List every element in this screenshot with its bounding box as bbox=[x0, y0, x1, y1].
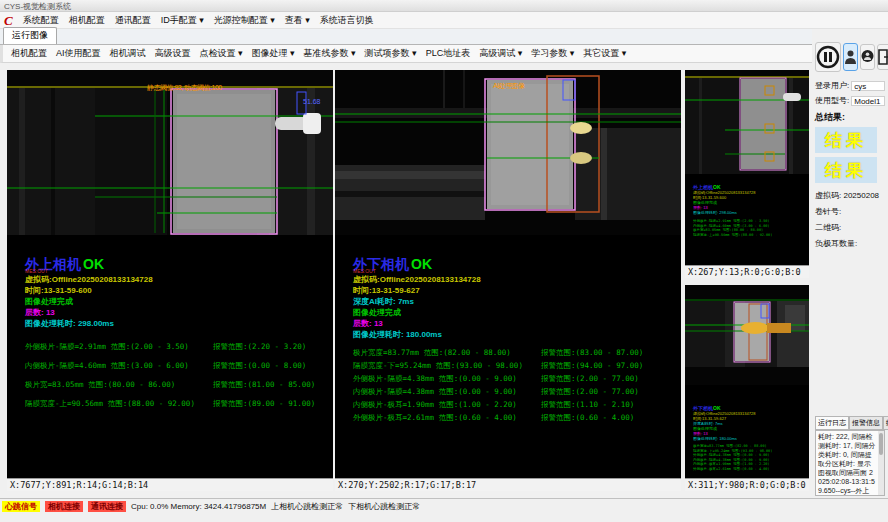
lower-virtual-code: 虚拟码:Offline20250208133134728 bbox=[353, 274, 681, 285]
lower-thumbnail-coordinate-readout: X:311;Y:980;R:0;G:0;B:0 bbox=[685, 478, 809, 491]
upper-view-coordinate-readout: X:7677;Y:891;R:14;G:14;B:14 bbox=[7, 478, 333, 491]
operator-button[interactable] bbox=[860, 44, 875, 70]
upper-thumbnail-image[interactable] bbox=[685, 70, 809, 174]
upper-measurements: 外侧极片-隔膜=2.91mm 范围:(2.00 - 3.50)报警范围:(2.2… bbox=[7, 337, 333, 413]
menu-item-camera-config[interactable]: 相机配置 bbox=[69, 14, 105, 27]
lower-thumbnail-photo bbox=[685, 285, 809, 385]
exit-door-icon bbox=[878, 49, 888, 65]
upper-process-time: 图像处理耗时: 298.00ms bbox=[25, 318, 333, 329]
cpu-memory-readout: Cpu: 0.0% Memory: 3424.41796875M bbox=[131, 501, 266, 512]
toolbar-item-advanced-settings[interactable]: 高级设置 bbox=[155, 47, 191, 60]
toolbar-item-ai-config[interactable]: AI使用配置 bbox=[56, 47, 101, 60]
pause-icon bbox=[816, 45, 840, 69]
menu-item-robot-config[interactable]: ID手配置 ▾ bbox=[161, 14, 204, 27]
log-tab-run[interactable]: 运行日志 bbox=[815, 416, 849, 430]
result-badge-upper: 结果 bbox=[815, 127, 877, 153]
toolbar-item-camera-config[interactable]: 相机配置 bbox=[11, 47, 47, 60]
comm-connection-badge: 通讯连接 bbox=[88, 501, 126, 512]
vcode-value: 20250208 bbox=[843, 191, 879, 200]
title-bar: CYS-视觉检测系统 bbox=[0, 0, 888, 12]
upper-camera-photo bbox=[7, 70, 333, 235]
tab-run-image[interactable]: 运行图像 bbox=[3, 27, 57, 44]
qr-code-label: 二维码: bbox=[815, 222, 885, 233]
log-scrollbar[interactable] bbox=[878, 431, 884, 495]
lower-measurements: 极片宽度=83.77mm 范围:(82.00 - 88.00)报警范围:(83.… bbox=[335, 346, 681, 424]
lower-process-done: 图像处理完成 bbox=[353, 307, 681, 318]
exit-button[interactable] bbox=[877, 44, 888, 70]
lower-camera-image[interactable]: AI处理图像 bbox=[335, 70, 681, 235]
threshold-overlay-text: 静态阈值:93, 动态阈值:100 bbox=[147, 83, 222, 93]
toolbar-item-learning-params[interactable]: 学习参数 ▾ bbox=[531, 47, 574, 60]
upper-camera-thumbnail-view: 外上相机OK 虚拟码:Offline20250208133134728 时间:1… bbox=[685, 70, 809, 278]
measurement-row: 内侧极片-隔膜=4.38mm 范围:(0.00 - 9.00)报警范围:(2.0… bbox=[353, 385, 681, 398]
lower-camera-view: AI处理图像 外下相机OK MES:OUT 虚拟码:Offline2025020… bbox=[335, 70, 681, 491]
operator-icon bbox=[861, 49, 874, 65]
toolbar-item-test-params[interactable]: 测试项参数 ▾ bbox=[365, 47, 417, 60]
lower-thumbnail-result: 外下相机OK 虚拟码:Offline20250208133134728 时间:1… bbox=[685, 405, 809, 471]
model-value[interactable]: Model1 bbox=[851, 96, 885, 106]
lower-view-coordinate-readout: X:270;Y:2502;R:17;G:17;B:17 bbox=[335, 478, 681, 491]
upper-camera-view: 静态阈值:93, 动态阈值:100 51.68 外上相机OK MES:OUT 虚… bbox=[7, 70, 333, 491]
heartbeat-status-badge: 心跳信号 bbox=[2, 501, 40, 512]
toolbar-item-image-processing[interactable]: 图像处理 ▾ bbox=[252, 47, 295, 60]
lower-camera-heartbeat-status: 下相机心跳检测正常 bbox=[348, 501, 420, 512]
upper-thumbnail-photo bbox=[685, 70, 809, 174]
toolbar: 相机配置 AI使用配置 相机调试 高级设置 点检设置 ▾ 图像处理 ▾ 基准线参… bbox=[0, 45, 812, 63]
upper-process-done: 图像处理完成 bbox=[25, 296, 333, 307]
log-scrollbar-thumb[interactable] bbox=[879, 433, 883, 455]
measurement-row: 内侧极片-隔膜=4.60mm 范围:(3.00 - 6.00)报警范围:(0.0… bbox=[25, 356, 333, 375]
run-log-text-area[interactable]: 耗时: 222, 间隔检测耗时: 17, 间隔分类耗时: 0, 间隔提取分区耗时… bbox=[815, 430, 885, 496]
upper-virtual-code: 虚拟码:Offline20250208133134728 bbox=[25, 274, 333, 285]
control-side-panel: 登录用户: cys 使用型号: Model1 总结果: 结果 结果 虚拟码: 2… bbox=[812, 40, 888, 498]
upper-result-block: 外上相机OK MES:OUT 虚拟码:Offline20250208133134… bbox=[7, 257, 333, 329]
measurement-row: 外侧极片-隔膜=4.38mm 范围:(0.00 - 9.00)报警范围:(2.0… bbox=[353, 372, 681, 385]
lower-time: 时间:13-31-59-627 bbox=[353, 285, 681, 296]
upper-time: 时间:13-31-59-600 bbox=[25, 285, 333, 296]
toolbar-item-other-settings[interactable]: 其它设置 ▾ bbox=[583, 47, 626, 60]
upper-camera-heartbeat-status: 上相机心跳检测正常 bbox=[271, 501, 343, 512]
toolbar-item-baseline-params[interactable]: 基准线参数 ▾ bbox=[304, 47, 356, 60]
log-tab-alarm[interactable]: 报警信息 bbox=[849, 416, 883, 430]
window-title: CYS-视觉检测系统 bbox=[4, 2, 71, 11]
toolbar-item-plc-address-table[interactable]: PLC地址表 bbox=[426, 47, 471, 60]
menu-item-language-switch[interactable]: 系统语言切换 bbox=[320, 14, 374, 27]
lower-process-time: 图像处理耗时: 180.00ms bbox=[353, 329, 681, 340]
lower-camera-thumbnail-view: 外下相机OK 虚拟码:Offline20250208133134728 时间:1… bbox=[685, 285, 809, 491]
control-buttons bbox=[815, 42, 885, 72]
app-window: CYS-视觉检测系统 C 系统配置 相机配置 通讯配置 ID手配置 ▾ 光源控制… bbox=[0, 0, 888, 522]
menu-item-system-config[interactable]: 系统配置 bbox=[23, 14, 59, 27]
lower-camera-photo bbox=[335, 70, 681, 235]
lower-layer-count: 层数: 13 bbox=[353, 318, 681, 329]
login-user-button[interactable] bbox=[843, 43, 858, 71]
model-label: 使用型号: bbox=[815, 95, 849, 106]
upper-layer-count: 层数: 13 bbox=[25, 307, 333, 318]
measurement-row: 隔膜宽度-下=95.24mm 范围:(93.00 - 98.00)报警范围:(9… bbox=[353, 359, 681, 372]
brand-flame-icon: C bbox=[4, 14, 13, 27]
upper-thumbnail-coordinate-readout: X:267;Y:13;R:0;G:0;B:0 bbox=[685, 265, 809, 278]
blue-measure-value: 51.68 bbox=[303, 98, 321, 105]
login-user-value[interactable]: cys bbox=[851, 81, 885, 91]
toolbar-item-camera-debug[interactable]: 相机调试 bbox=[110, 47, 146, 60]
ai-overlay-text: AI处理图像 bbox=[493, 81, 525, 91]
lower-camera-ok-status: OK bbox=[411, 256, 432, 272]
camera-connection-badge: 相机连接 bbox=[45, 501, 83, 512]
menu-item-comm-config[interactable]: 通讯配置 bbox=[115, 14, 151, 27]
upper-thumbnail-result: 外上相机OK 虚拟码:Offline20250208133134728 时间:1… bbox=[685, 184, 809, 237]
run-log-text: 耗时: 222, 间隔检测耗时: 17, 间隔分类耗时: 0, 间隔提取分区耗时… bbox=[818, 433, 876, 496]
login-user-row: 登录用户: cys bbox=[815, 80, 885, 91]
measurement-row: 极片宽=83.05mm 范围:(80.00 - 86.00)报警范围:(81.0… bbox=[25, 375, 333, 394]
result-badge-lower: 结果 bbox=[815, 157, 877, 183]
menu-item-view[interactable]: 查看 ▾ bbox=[285, 14, 310, 27]
lower-thumbnail-image[interactable] bbox=[685, 285, 809, 385]
toolbar-item-spotcheck-settings[interactable]: 点检设置 ▾ bbox=[200, 47, 243, 60]
upper-camera-ok-status: OK bbox=[83, 256, 104, 272]
toolbar-item-advanced-debug[interactable]: 高级调试 ▾ bbox=[479, 47, 522, 60]
upper-camera-image[interactable]: 静态阈值:93, 动态阈值:100 51.68 bbox=[7, 70, 333, 235]
login-user-label: 登录用户: bbox=[815, 80, 849, 91]
pause-button[interactable] bbox=[815, 42, 841, 72]
measurement-row: 内侧极片-极耳=1.90mm 范围:(1.00 - 2.20)报警范围:(1.1… bbox=[353, 398, 681, 411]
vcode-row: 虚拟码: 20250208 bbox=[815, 190, 885, 201]
window-status-bar: 心跳信号 相机连接 通讯连接 Cpu: 0.0% Memory: 3424.41… bbox=[0, 498, 888, 522]
menu-item-light-config[interactable]: 光源控制配置 ▾ bbox=[214, 14, 275, 27]
log-tab-stats[interactable]: 统计信息 bbox=[883, 416, 888, 430]
